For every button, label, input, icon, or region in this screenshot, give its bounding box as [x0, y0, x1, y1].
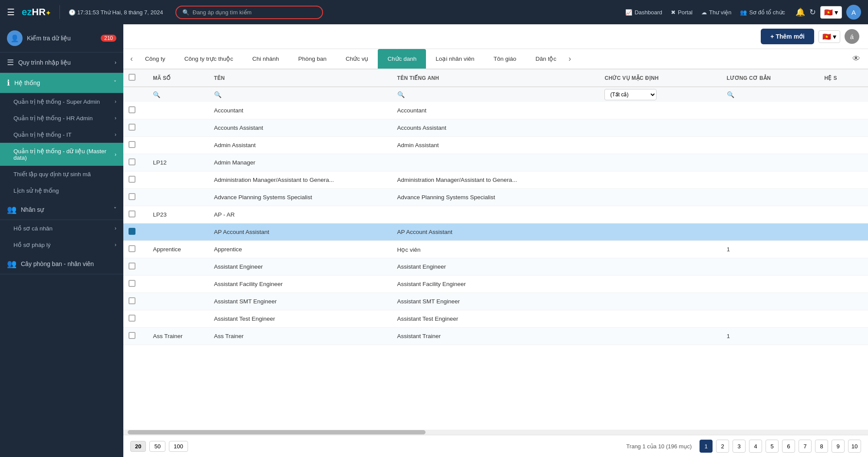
nav-portal[interactable]: ✖ Portal: [671, 9, 693, 16]
table-row[interactable]: Apprentice Apprentice Học viên 1: [123, 241, 868, 258]
sidebar-section-quy-trinh[interactable]: ☰ Quy trình nhập liệu ›: [0, 53, 123, 73]
row-checkbox[interactable]: [129, 263, 135, 270]
row-checkbox[interactable]: [129, 158, 135, 165]
tab-phong-ban[interactable]: Phòng ban: [289, 49, 336, 69]
table-row[interactable]: Assistant Facility Engineer Assistant Fa…: [123, 276, 868, 293]
page-btn-8[interactable]: 8: [815, 440, 828, 453]
table-row[interactable]: AP Account Assistant AP Account Assistan…: [123, 224, 868, 241]
select-all-checkbox[interactable]: [129, 74, 135, 81]
add-new-button[interactable]: + Thêm mới: [761, 29, 814, 44]
tab-loai-nhan-vien[interactable]: Loại nhân viên: [426, 49, 484, 69]
row-checkbox[interactable]: [129, 332, 135, 339]
sidebar-item-it[interactable]: Quản trị hệ thống - IT ›: [0, 126, 123, 143]
refresh-icon[interactable]: ↻: [809, 7, 816, 17]
table-row[interactable]: Advance Planning Systems Specialist Adva…: [123, 189, 868, 206]
table-row[interactable]: Ass Trainer Ass Trainer Assistant Traine…: [123, 328, 868, 345]
menu-icon[interactable]: ☰: [7, 7, 15, 17]
row-ma-so: [148, 276, 209, 293]
topbar-search-box[interactable]: 🔍: [175, 6, 323, 19]
table-row[interactable]: Assistant SMT Engineer Assistant SMT Eng…: [123, 293, 868, 310]
horizontal-scrollbar[interactable]: [123, 430, 868, 435]
tab-chuc-danh[interactable]: Chức danh: [378, 49, 426, 69]
row-checkbox[interactable]: [129, 228, 135, 235]
row-ten: AP - AR: [209, 206, 392, 224]
page-btn-5[interactable]: 5: [766, 440, 779, 453]
tab-cong-ty[interactable]: Công ty: [135, 49, 175, 69]
row-ma-so: [148, 102, 209, 119]
table-row[interactable]: Accountant Accountant: [123, 102, 868, 119]
tab-chi-nhanh[interactable]: Chi nhánh: [243, 49, 289, 69]
row-he-so: [819, 171, 868, 189]
row-checkbox-cell: [123, 119, 148, 137]
row-ten: AP Account Assistant: [209, 224, 392, 241]
search-input[interactable]: [193, 9, 316, 16]
tab-eye-icon[interactable]: 👁: [849, 54, 864, 63]
tab-prev-btn[interactable]: ‹: [128, 54, 135, 63]
per-page-100[interactable]: 100: [169, 441, 188, 452]
sidebar-section-cay-phong-ban[interactable]: 👥 Cây phòng ban - nhân viên: [0, 254, 123, 274]
page-btn-9[interactable]: 9: [832, 440, 845, 453]
row-checkbox[interactable]: [129, 124, 135, 131]
page-btn-10[interactable]: 10: [848, 440, 861, 453]
flag-selector[interactable]: 🇻🇳 ▾: [820, 6, 842, 19]
tab-chuc-vu[interactable]: Chức vụ: [336, 49, 378, 69]
row-checkbox[interactable]: [129, 210, 135, 217]
sidebar-section-he-thong[interactable]: ℹ Hệ thống ˅: [0, 73, 123, 93]
table-row[interactable]: Accounts Assistant Accounts Assistant: [123, 119, 868, 137]
row-checkbox-cell: [123, 189, 148, 206]
row-chuc-vu: [599, 206, 721, 224]
sidebar-item-ho-so-ca-nhan[interactable]: Hồ sơ cá nhân ›: [0, 220, 123, 237]
sidebar-item-ho-so-phap-ly[interactable]: Hồ sơ pháp lý ›: [0, 237, 123, 253]
row-checkbox[interactable]: [129, 315, 135, 322]
nav-dashboard[interactable]: 📈 Dashboard: [625, 9, 662, 16]
scrollbar-thumb[interactable]: [128, 430, 426, 434]
per-page-50[interactable]: 50: [149, 441, 165, 452]
chuc-vu-filter-select[interactable]: (Tất cả): [604, 89, 657, 100]
row-checkbox[interactable]: [129, 280, 135, 287]
user-avatar[interactable]: A: [846, 5, 861, 20]
table-row[interactable]: LP12 Admin Manager: [123, 154, 868, 171]
row-ma-so: [148, 119, 209, 137]
sidebar-item-lich-su[interactable]: Lịch sử hệ thống: [0, 182, 123, 199]
page-btn-6[interactable]: 6: [782, 440, 795, 453]
nav-thu-vien[interactable]: ☁ Thư viện: [701, 9, 731, 16]
table-row[interactable]: Assistant Test Engineer Assistant Test E…: [123, 310, 868, 328]
action-bar-avatar[interactable]: á: [845, 29, 859, 44]
hr-admin-chevron: ›: [115, 115, 116, 121]
page-btn-7[interactable]: 7: [799, 440, 812, 453]
notification-bell[interactable]: 🔔: [795, 7, 805, 17]
row-checkbox[interactable]: [129, 176, 135, 183]
sidebar-item-thiet-lap[interactable]: Thiết lập quy định tự sinh mã: [0, 166, 123, 182]
sidebar-item-super-admin[interactable]: Quản trị hệ thống - Super Admin ›: [0, 93, 123, 110]
page-btn-3[interactable]: 3: [733, 440, 746, 453]
tab-next-btn[interactable]: ›: [566, 54, 574, 63]
tab-cong-ty-truc-thuoc[interactable]: Công ty trực thuộc: [175, 49, 243, 69]
topbar-datetime: 🕐 17:31:53 Thứ Hai, 8 tháng 7, 2024: [69, 9, 163, 16]
row-checkbox[interactable]: [129, 106, 135, 113]
row-checkbox[interactable]: [129, 245, 135, 252]
table-row[interactable]: Assistant Engineer Assistant Engineer: [123, 258, 868, 276]
row-checkbox[interactable]: [129, 141, 135, 148]
row-chuc-vu: [599, 310, 721, 328]
page-btn-1[interactable]: 1: [700, 440, 713, 453]
nav-so-do[interactable]: 👥 Sơ đồ tổ chức: [740, 9, 785, 16]
tab-ton-giao[interactable]: Tôn giáo: [484, 49, 526, 69]
row-checkbox[interactable]: [129, 297, 135, 304]
per-page-20[interactable]: 20: [130, 441, 146, 452]
sidebar-user-badge: 210: [101, 35, 116, 42]
table-row[interactable]: Administration Manager/Assistant to Gene…: [123, 171, 868, 189]
sidebar-item-master-data[interactable]: Quản trị hệ thống - dữ liệu (Master data…: [0, 143, 123, 166]
tab-dan-toc[interactable]: Dân tộc: [526, 49, 566, 69]
page-btn-4[interactable]: 4: [749, 440, 762, 453]
table-row[interactable]: Admin Assistant Admin Assistant: [123, 137, 868, 154]
sidebar-section-nhan-su[interactable]: 👥 Nhân sự ˅: [0, 200, 123, 220]
sidebar-item-hr-admin[interactable]: Quản trị hệ thống - HR Admin ›: [0, 110, 123, 126]
row-luong: [722, 171, 819, 189]
flag-icon: 🇻🇳: [824, 8, 833, 16]
page-btn-2[interactable]: 2: [716, 440, 729, 453]
chuc-vu-filter-wrap: (Tất cả): [604, 89, 716, 100]
row-checkbox[interactable]: [129, 193, 135, 200]
table-row[interactable]: LP23 AP - AR: [123, 206, 868, 224]
sidebar-user-section[interactable]: 👤 Kiểm tra dữ liệu 210: [0, 24, 123, 53]
action-bar-flag[interactable]: 🇻🇳 ▾: [818, 30, 840, 43]
